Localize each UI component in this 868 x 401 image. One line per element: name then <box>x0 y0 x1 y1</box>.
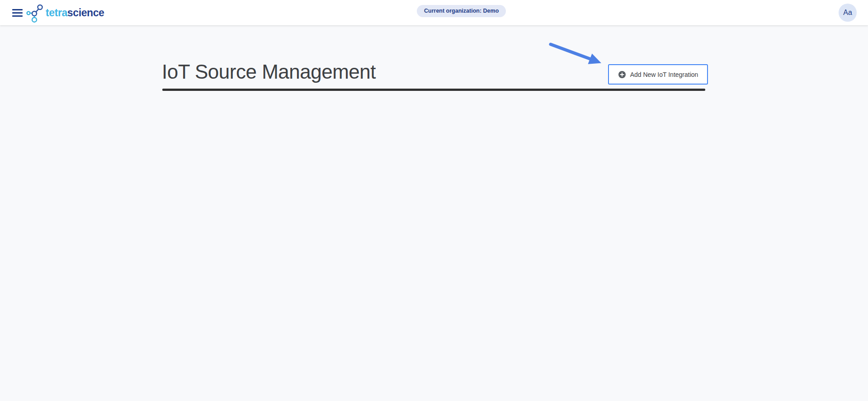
main-content: IoT Source Management Add New IoT Integr… <box>0 25 868 401</box>
arrow-annotation-icon <box>0 25 868 401</box>
plus-circle-icon <box>618 71 626 79</box>
hamburger-menu-icon[interactable] <box>12 7 23 18</box>
user-avatar[interactable]: Aa <box>839 4 857 22</box>
add-new-iot-integration-button[interactable]: Add New IoT Integration <box>608 64 708 85</box>
hamburger-bar <box>12 15 23 17</box>
add-button-label: Add New IoT Integration <box>630 71 698 78</box>
current-organization-badge: Current organization: Demo <box>417 5 506 17</box>
logo-text-tetra: tetra <box>46 7 67 19</box>
hamburger-bar <box>12 12 23 14</box>
page: tetrascience Current organization: Demo … <box>0 0 868 401</box>
app-header: tetrascience Current organization: Demo … <box>0 0 868 25</box>
hamburger-bar <box>12 9 23 10</box>
page-title: IoT Source Management <box>162 61 376 83</box>
tetrascience-molecule-icon <box>26 2 44 23</box>
logo-text-science: science <box>67 7 104 19</box>
logo-wordmark: tetrascience <box>46 2 104 23</box>
section-divider <box>162 89 705 91</box>
tetrascience-logo[interactable]: tetrascience <box>26 2 104 23</box>
